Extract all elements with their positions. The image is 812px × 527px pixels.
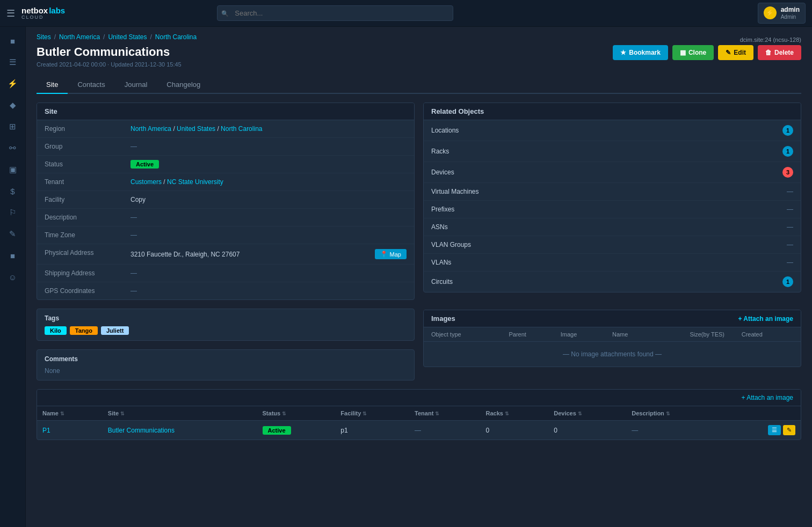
delete-button[interactable]: 🗑 Delete	[758, 45, 801, 60]
tenant-customers-link[interactable]: Customers	[130, 178, 162, 186]
tab-contacts[interactable]: Contacts	[68, 76, 114, 94]
gps-label: GPS Coordinates	[37, 282, 123, 299]
tab-site[interactable]: Site	[37, 76, 68, 94]
breadcrumb-north-carolina[interactable]: North Carolina	[155, 33, 197, 41]
tags-title: Tags	[45, 314, 407, 322]
related-devices-count[interactable]: 3	[782, 167, 793, 178]
sidebar-item-desktop[interactable]: ▣	[3, 160, 23, 179]
related-vms-count: —	[787, 188, 793, 195]
images-empty: — No image attachments found —	[424, 342, 801, 367]
facility-label: Facility	[37, 191, 123, 208]
sidebar-item-list[interactable]: ☰	[3, 53, 23, 72]
clone-button[interactable]: ▦ Clone	[672, 45, 714, 60]
row-devices: 0	[548, 421, 626, 440]
delete-label: Delete	[774, 49, 794, 56]
related-racks: Racks 1	[424, 141, 801, 162]
row-racks: 0	[480, 421, 548, 440]
sidebar-item-grid[interactable]: ⊞	[3, 117, 23, 136]
status-value: Active	[123, 156, 414, 173]
tag-juliett[interactable]: Juliett	[101, 326, 129, 335]
tag-tango[interactable]: Tango	[70, 326, 98, 335]
logo-labs: labs	[49, 6, 65, 14]
related-vlan-groups-count: —	[787, 241, 793, 248]
search-bar	[217, 5, 453, 21]
related-circuits-count[interactable]: 1	[782, 276, 793, 287]
breadcrumb-north-america[interactable]: North America	[59, 33, 100, 41]
sidebar-item-bolt[interactable]: ⚡	[3, 74, 23, 93]
sidebar-item-dashboard[interactable]: ■	[3, 31, 23, 50]
related-asns-label: ASNs	[431, 223, 448, 231]
row-name-link[interactable]: P1	[42, 427, 50, 434]
region-north-carolina-link[interactable]: North Carolina	[221, 125, 262, 133]
physical-address-label: Physical Address	[37, 244, 123, 261]
breadcrumb-sep2: /	[103, 33, 105, 41]
shipping-address-row: Shipping Address —	[37, 265, 414, 282]
row-tenant-value: —	[415, 427, 421, 434]
bottom-attach-link[interactable]: + Attach an image	[742, 394, 793, 401]
map-btn-label: Map	[390, 251, 401, 258]
sidebar: ■ ☰ ⚡ ◆ ⊞ ⚯ ▣ $ ⚐ ✎ ■ ☺	[0, 27, 26, 527]
images-card: Images + Attach an image Object type Par…	[423, 310, 801, 367]
user-badge[interactable]: ⚡ admin Admin	[758, 3, 806, 23]
related-circuits-label: Circuits	[431, 278, 453, 286]
breadcrumb-united-states[interactable]: United States	[108, 33, 147, 41]
status-badge: Active	[130, 160, 159, 169]
description-value: —	[123, 209, 414, 226]
col-racks-label: Racks	[485, 410, 503, 416]
table-head: Name ⇅ Site ⇅ Status ⇅ Facility	[37, 406, 801, 421]
col-status-header[interactable]: Status ⇅	[257, 406, 336, 421]
region-north-america-link[interactable]: North America	[130, 125, 171, 133]
col-site-header[interactable]: Site ⇅	[103, 406, 257, 421]
tab-journal[interactable]: Journal	[115, 76, 157, 94]
shipping-address-value: —	[123, 265, 414, 282]
images-title: Images	[431, 314, 455, 323]
row-tenant: —	[409, 421, 480, 440]
logo-cloud: cloud	[21, 15, 65, 20]
row-site-link[interactable]: Butler Communications	[108, 427, 175, 434]
sidebar-item-users[interactable]: ☺	[3, 267, 23, 287]
tags-list: Kilo Tango Juliett	[45, 326, 407, 335]
col-image: Image	[561, 331, 612, 338]
tag-kilo[interactable]: Kilo	[45, 326, 67, 335]
col-name-header[interactable]: Name ⇅	[37, 406, 103, 421]
col-racks-header[interactable]: Racks ⇅	[480, 406, 548, 421]
col-devices-header[interactable]: Devices ⇅	[548, 406, 626, 421]
left-column: Site Region North America / United State…	[37, 103, 415, 380]
col-status-label: Status	[263, 410, 281, 416]
sidebar-item-tag[interactable]: ⚐	[3, 203, 23, 222]
sidebar-item-shield[interactable]: ■	[3, 246, 23, 265]
sort-icon-facility: ⇅	[363, 411, 367, 416]
attach-image-link[interactable]: + Attach an image	[738, 315, 793, 323]
col-tenant-header[interactable]: Tenant ⇅	[409, 406, 480, 421]
region-united-states-link[interactable]: United States	[177, 125, 215, 133]
related-devices: Devices 3	[424, 162, 801, 183]
facility-value: Copy	[123, 191, 414, 208]
hamburger-icon[interactable]: ☰	[6, 8, 15, 19]
sidebar-item-book[interactable]: ✎	[3, 224, 23, 244]
sidebar-item-wifi[interactable]: ◆	[3, 96, 23, 115]
edit-button[interactable]: ✎ Edit	[718, 45, 753, 60]
col-size: Size(by TES)	[690, 331, 741, 338]
breadcrumb-sites[interactable]: Sites	[37, 33, 51, 41]
group-value: —	[123, 138, 414, 155]
col-facility-header[interactable]: Facility ⇅	[335, 406, 409, 421]
map-button[interactable]: 📍 Map	[375, 249, 407, 259]
search-input[interactable]	[217, 5, 453, 21]
row-view-button[interactable]: ☰	[768, 425, 781, 435]
tab-changelog[interactable]: Changelog	[157, 76, 210, 94]
tenant-nc-link[interactable]: NC State University	[167, 178, 223, 186]
clone-label: Clone	[688, 49, 706, 56]
sidebar-item-sitemap[interactable]: ⚯	[3, 138, 23, 158]
related-locations-count[interactable]: 1	[782, 125, 793, 136]
related-racks-count[interactable]: 1	[782, 146, 793, 157]
row-name: P1	[37, 421, 103, 440]
related-prefixes-label: Prefixes	[431, 206, 454, 213]
row-status: Active	[257, 421, 336, 440]
col-description-header[interactable]: Description ⇅	[626, 406, 724, 421]
col-devices-label: Devices	[554, 410, 576, 416]
group-label: Group	[37, 138, 123, 155]
row-edit-button[interactable]: ✎	[783, 425, 795, 435]
bookmark-button[interactable]: ★ Bookmark	[613, 45, 668, 60]
main-content: Sites / North America / United States / …	[26, 27, 812, 527]
sidebar-item-dollar[interactable]: $	[3, 181, 23, 201]
